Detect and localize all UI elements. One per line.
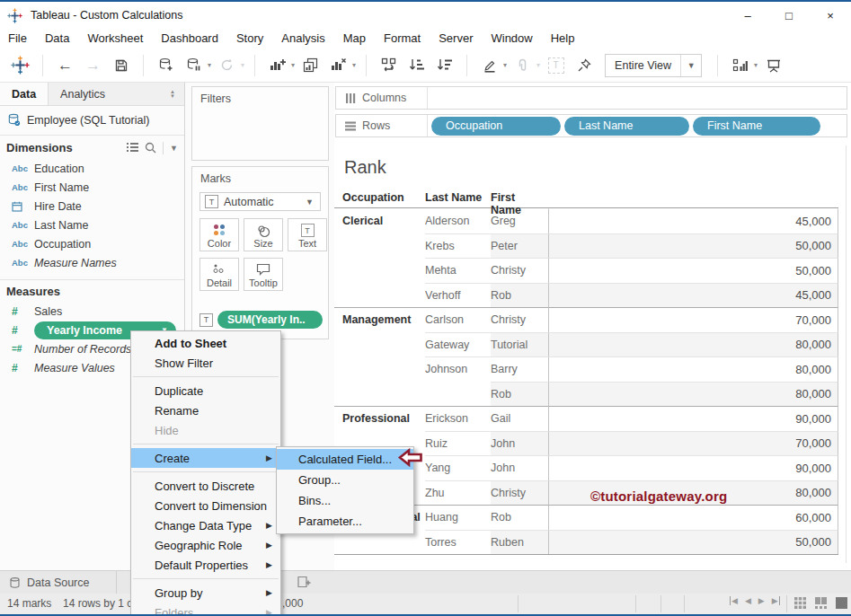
tab-data[interactable]: Data	[0, 83, 49, 105]
menu-server[interactable]: Server	[430, 31, 482, 45]
show-cards-icon[interactable]	[794, 597, 806, 609]
new-worksheet-tab-icon[interactable]	[297, 575, 312, 589]
fix-axes-icon[interactable]	[572, 53, 595, 78]
field-first-name[interactable]: AbcFirst Name	[0, 178, 184, 197]
mark-type-dropdown[interactable]: T Automatic ▼	[199, 192, 321, 211]
clear-sheet-dropdown-icon[interactable]: ▾	[352, 61, 356, 69]
show-mark-labels-icon[interactable]: T	[545, 53, 567, 78]
field-last-name[interactable]: AbcLast Name	[0, 216, 184, 234]
submenu-item-bins[interactable]: Bins...	[277, 490, 413, 511]
menu-help[interactable]: Help	[542, 31, 584, 45]
view-as-list-icon[interactable]	[127, 143, 138, 153]
value-cell[interactable]: 45,000	[548, 208, 838, 233]
swap-panes-icon[interactable]: ▲▼	[170, 83, 184, 105]
previous-page-icon[interactable]: ◀	[745, 596, 751, 605]
pill-last-name[interactable]: Last Name	[564, 117, 689, 136]
value-cell[interactable]: 50,000	[548, 530, 838, 555]
value-cell[interactable]: 50,000	[548, 233, 838, 259]
sheet-title[interactable]: Rank	[344, 157, 386, 178]
swap-rows-columns-icon[interactable]	[377, 53, 400, 78]
value-cell[interactable]: 80,000	[548, 382, 838, 407]
redo-icon[interactable]: →	[82, 53, 104, 78]
new-data-source-icon[interactable]	[155, 53, 177, 78]
show-me-dropdown-icon[interactable]: ▾	[754, 61, 758, 69]
pane-menu-icon[interactable]: ▼	[170, 144, 178, 153]
value-cell[interactable]: 90,000	[548, 455, 838, 480]
highlight-dropdown-icon[interactable]: ▾	[503, 61, 507, 69]
color-button[interactable]: Color	[199, 218, 239, 251]
context-menu-item-change-data-type[interactable]: Change Data Type▶	[131, 515, 280, 535]
datasource-item[interactable]: Employee (SQL Tutorial)	[0, 110, 184, 130]
new-worksheet-icon[interactable]	[266, 53, 288, 78]
menu-analysis[interactable]: Analysis	[272, 31, 333, 45]
menu-file[interactable]: File	[0, 31, 36, 45]
tab-analytics[interactable]: Analytics	[49, 83, 117, 105]
show-filmstrip-icon[interactable]	[815, 597, 827, 609]
value-cell[interactable]: 60,000	[548, 505, 838, 530]
field-education[interactable]: AbcEducation	[0, 159, 184, 178]
value-cell[interactable]: 80,000	[548, 356, 838, 382]
field-hire-date[interactable]: Hire Date	[0, 197, 184, 216]
column-header-occupation[interactable]: Occupation	[334, 191, 425, 207]
context-menu-item-default-properties[interactable]: Default Properties▶	[131, 555, 280, 575]
tooltip-button[interactable]: Tooltip	[244, 258, 283, 291]
context-menu-item-rename[interactable]: Rename	[131, 400, 280, 420]
field-occupation[interactable]: AbcOccupation	[0, 234, 184, 253]
pause-updates-dropdown-icon[interactable]: ▾	[208, 61, 211, 69]
value-cell[interactable]: 50,000	[548, 258, 838, 283]
encoding-pill[interactable]: SUM(Yearly In..	[217, 311, 323, 329]
rows-shelf[interactable]: Rows OccupationLast NameFirst Name	[335, 114, 847, 137]
context-menu-item-add-to-sheet[interactable]: Add to Sheet	[131, 333, 280, 353]
save-icon[interactable]	[110, 53, 132, 78]
column-header-first-name[interactable]: First Name	[491, 191, 548, 207]
close-button[interactable]: ×	[810, 2, 851, 29]
group-members-dropdown-icon[interactable]: ▾	[536, 61, 540, 69]
presentation-mode-icon[interactable]	[762, 53, 785, 78]
value-cell[interactable]: 80,000	[548, 332, 838, 357]
data-source-tab[interactable]: Data Source	[0, 571, 117, 594]
columns-shelf[interactable]: Columns	[335, 86, 847, 110]
context-menu-item-create[interactable]: Create▶	[131, 448, 280, 468]
run-updates-dropdown-icon[interactable]: ▾	[241, 61, 244, 69]
value-cell[interactable]: 70,000	[548, 307, 838, 332]
context-menu-item-hide[interactable]: Hide	[131, 420, 280, 440]
pill-first-name[interactable]: First Name	[693, 117, 820, 136]
show-sheet-icon[interactable]	[836, 597, 847, 609]
detail-button[interactable]: Detail	[199, 258, 239, 291]
group-members-icon[interactable]	[511, 53, 534, 78]
minimize-button[interactable]: –	[727, 2, 768, 29]
menu-worksheet[interactable]: Worksheet	[78, 31, 152, 45]
field-measure-names[interactable]: AbcMeasure Names	[0, 253, 184, 272]
context-menu-item-convert-to-discrete[interactable]: Convert to Discrete	[131, 476, 280, 496]
value-cell[interactable]: 70,000	[548, 431, 838, 456]
sort-descending-icon[interactable]	[433, 53, 456, 78]
context-menu-item-show-filter[interactable]: Show Filter	[131, 353, 280, 373]
clear-sheet-icon[interactable]	[327, 53, 350, 78]
submenu-item-calculated-field[interactable]: Calculated Field...	[277, 449, 413, 470]
tableau-logo-icon[interactable]	[9, 53, 31, 78]
maximize-button[interactable]: □	[768, 2, 810, 29]
next-page-icon[interactable]: ▶	[758, 596, 765, 605]
menu-map[interactable]: Map	[334, 31, 375, 45]
context-menu-item-geographic-role[interactable]: Geographic Role▶	[131, 535, 280, 555]
context-menu-item-group-by[interactable]: Group by▶	[131, 583, 280, 603]
run-auto-updates-icon[interactable]	[216, 53, 238, 78]
menu-window[interactable]: Window	[482, 31, 541, 45]
column-header-last-name[interactable]: Last Name	[425, 191, 491, 207]
text-button[interactable]: TText	[288, 218, 327, 251]
context-menu-item-convert-to-dimension[interactable]: Convert to Dimension	[131, 496, 280, 515]
value-cell[interactable]: 90,000	[548, 406, 838, 431]
menu-data[interactable]: Data	[36, 31, 78, 45]
first-page-icon[interactable]: ◀	[730, 596, 738, 605]
context-menu-item-duplicate[interactable]: Duplicate	[131, 381, 280, 400]
highlight-icon[interactable]	[478, 53, 501, 78]
find-field-icon[interactable]	[145, 142, 156, 154]
pause-auto-updates-icon[interactable]	[182, 53, 205, 78]
submenu-item-group[interactable]: Group...	[277, 470, 413, 490]
pill-occupation[interactable]: Occupation	[431, 117, 561, 136]
field-sales[interactable]: #Sales	[0, 302, 184, 321]
fit-selector[interactable]: Entire View ▼	[605, 54, 702, 77]
show-me-icon[interactable]	[729, 53, 751, 78]
submenu-item-parameter[interactable]: Parameter...	[277, 511, 413, 532]
filters-card[interactable]: Filters	[191, 86, 329, 161]
